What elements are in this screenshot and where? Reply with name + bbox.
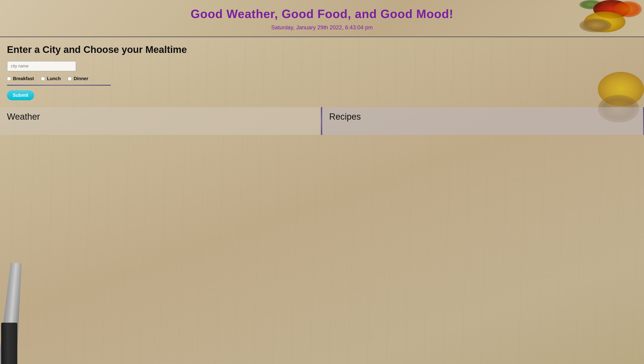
- form-area: Enter a City and Choose your Mealtime Br…: [0, 37, 644, 103]
- page-subtitle: Saturday, January 29th 2022, 6:43:04 pm: [0, 23, 644, 34]
- lunch-option[interactable]: Lunch: [41, 76, 61, 81]
- dinner-option[interactable]: Dinner: [68, 76, 88, 81]
- breakfast-label: Breakfast: [13, 76, 34, 81]
- recipes-panel: Recipes: [322, 107, 643, 135]
- recipes-label: Recipes: [329, 112, 361, 122]
- dinner-radio[interactable]: [68, 77, 72, 81]
- city-input[interactable]: [7, 61, 76, 71]
- right-edge-line: [643, 107, 644, 135]
- form-title: Enter a City and Choose your Mealtime: [7, 44, 637, 55]
- knife-decoration: [0, 253, 32, 364]
- weather-label: Weather: [7, 112, 40, 122]
- results-area: Weather Recipes: [0, 107, 644, 135]
- header: Good Weather, Good Food, and Good Mood! …: [0, 0, 644, 37]
- breakfast-radio[interactable]: [7, 77, 11, 81]
- knife-handle: [1, 323, 17, 364]
- lunch-radio[interactable]: [41, 77, 45, 81]
- knife-blade: [0, 262, 26, 364]
- weather-panel: Weather: [0, 107, 321, 135]
- dinner-label: Dinner: [74, 76, 88, 81]
- lunch-label: Lunch: [47, 76, 61, 81]
- main-content: Enter a City and Choose your Mealtime Br…: [0, 37, 644, 364]
- form-divider: [7, 85, 111, 86]
- submit-button[interactable]: Submit: [7, 90, 34, 100]
- breakfast-option[interactable]: Breakfast: [7, 76, 34, 81]
- page-title: Good Weather, Good Food, and Good Mood!: [0, 5, 644, 23]
- mealtime-radio-group: Breakfast Lunch Dinner: [7, 76, 637, 81]
